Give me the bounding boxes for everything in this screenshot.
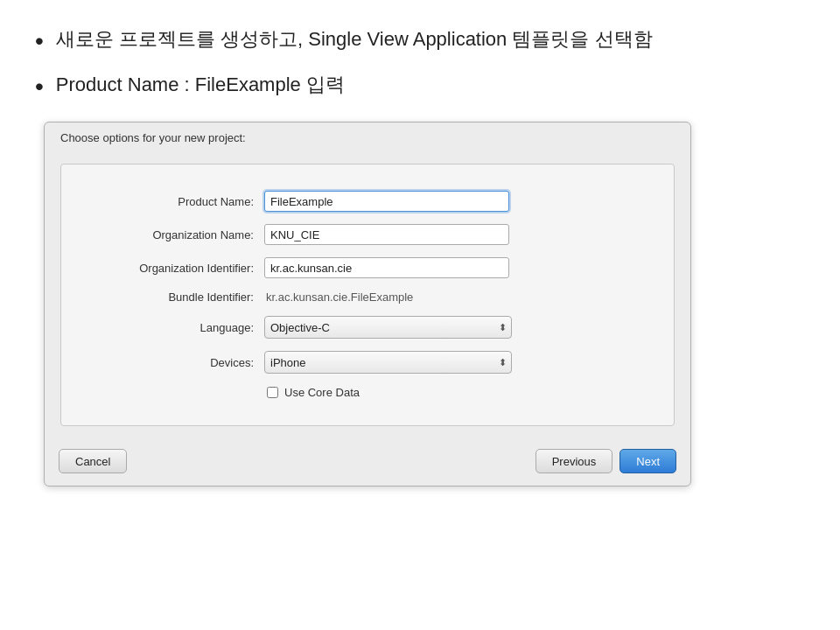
cancel-button[interactable]: Cancel bbox=[59, 449, 127, 473]
org-name-input[interactable] bbox=[264, 224, 509, 245]
org-name-label: Organization Name: bbox=[79, 228, 254, 242]
core-data-row: Use Core Data bbox=[267, 386, 656, 399]
devices-select[interactable]: iPhone iPad Universal bbox=[264, 351, 512, 374]
dialog-title: Choose options for your new project: bbox=[60, 131, 246, 144]
bullet-item-1: • 새로운 프로젝트를 생성하고, Single View Applicatio… bbox=[35, 26, 805, 56]
language-select-wrapper: Objective-C Swift bbox=[264, 316, 512, 339]
bullet-dot-2: • bbox=[35, 72, 44, 102]
org-name-row: Organization Name: bbox=[79, 224, 656, 245]
nav-buttons: Previous Next bbox=[536, 449, 676, 473]
next-button[interactable]: Next bbox=[620, 449, 676, 473]
dialog-form-area: Product Name: Organization Name: Organiz… bbox=[60, 164, 675, 426]
language-select[interactable]: Objective-C Swift bbox=[264, 316, 512, 339]
previous-button[interactable]: Previous bbox=[536, 449, 613, 473]
bullet-text-1: 새로운 프로젝트를 생성하고, Single View Application … bbox=[56, 26, 653, 53]
new-project-dialog: Choose options for your new project: Pro… bbox=[44, 122, 691, 486]
product-name-input[interactable] bbox=[264, 191, 509, 212]
bullet-text-2: Product Name : FileExample 입력 bbox=[56, 72, 345, 99]
bullet-item-2: • Product Name : FileExample 입력 bbox=[35, 72, 805, 102]
devices-row: Devices: iPhone iPad Universal bbox=[79, 351, 656, 374]
use-core-data-checkbox[interactable] bbox=[267, 387, 278, 398]
language-row: Language: Objective-C Swift bbox=[79, 316, 656, 339]
bullet-list: • 새로운 프로젝트를 생성하고, Single View Applicatio… bbox=[35, 26, 805, 101]
org-id-label: Organization Identifier: bbox=[79, 262, 254, 275]
org-id-input[interactable] bbox=[264, 257, 509, 278]
org-id-row: Organization Identifier: bbox=[79, 257, 656, 278]
devices-label: Devices: bbox=[79, 356, 254, 369]
bundle-id-row: Bundle Identifier: kr.ac.kunsan.cie.File… bbox=[79, 290, 656, 304]
use-core-data-label: Use Core Data bbox=[284, 386, 360, 399]
dialog-footer: Cancel Previous Next bbox=[45, 440, 690, 486]
language-label: Language: bbox=[79, 321, 254, 334]
bullet-dot-1: • bbox=[35, 26, 44, 56]
product-name-row: Product Name: bbox=[79, 191, 656, 212]
devices-select-wrapper: iPhone iPad Universal bbox=[264, 351, 512, 374]
product-name-label: Product Name: bbox=[79, 195, 254, 208]
bundle-id-label: Bundle Identifier: bbox=[79, 290, 254, 304]
bundle-id-value: kr.ac.kunsan.cie.FileExample bbox=[264, 290, 413, 304]
